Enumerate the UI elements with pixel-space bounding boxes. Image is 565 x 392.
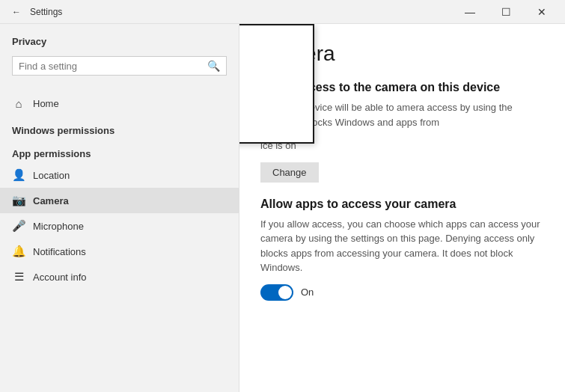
app-title: Settings — [30, 7, 453, 17]
sidebar-microphone-label: Microphone — [33, 221, 84, 232]
main-content: Camera for this device On Camera Allow a… — [239, 24, 565, 392]
sidebar-location-label: Location — [33, 170, 70, 181]
app-body: Privacy 🔍 ⌂ Home Windows permissions App… — [0, 24, 565, 392]
section2-heading: Allow apps to access your camera — [260, 197, 544, 211]
location-icon: 👤 — [12, 168, 25, 182]
apps-toggle-row: On — [260, 284, 544, 301]
sidebar-item-camera[interactable]: 📷 Camera — [0, 188, 239, 213]
search-icon: 🔍 — [207, 60, 220, 72]
windows-permissions-label: Windows permissions — [0, 116, 239, 139]
sidebar-header: Privacy 🔍 — [0, 24, 239, 91]
sidebar: Privacy 🔍 ⌂ Home Windows permissions App… — [0, 24, 239, 392]
section2-text: If you allow access, you can choose whic… — [260, 217, 544, 275]
sidebar-item-location[interactable]: 👤 Location — [0, 162, 239, 188]
home-icon: ⌂ — [12, 97, 25, 110]
popup-label: Camera for this device — [239, 40, 298, 52]
camera-icon: 📷 — [12, 194, 25, 207]
camera-device-popup: Camera for this device On — [239, 24, 314, 144]
notifications-icon: 🔔 — [12, 245, 25, 258]
sidebar-item-notifications[interactable]: 🔔 Notifications — [0, 239, 239, 264]
sidebar-account-label: Account info — [33, 272, 87, 283]
sidebar-camera-label: Camera — [33, 195, 69, 206]
device-toggle-row: On — [239, 64, 298, 81]
microphone-icon: 🎤 — [12, 219, 25, 233]
sidebar-item-home[interactable]: ⌂ Home — [0, 91, 239, 116]
account-info-icon: ☰ — [12, 270, 25, 284]
apps-toggle-label: On — [301, 287, 314, 298]
app-permissions-label: App permissions — [0, 139, 239, 162]
search-input[interactable] — [19, 61, 207, 72]
apps-toggle[interactable] — [260, 284, 293, 301]
minimize-button[interactable]: — — [453, 0, 487, 24]
close-button[interactable]: ✕ — [525, 0, 559, 24]
sidebar-app-title: Privacy — [12, 36, 227, 47]
window-controls: — ☐ ✕ — [453, 0, 559, 24]
sidebar-notifications-label: Notifications — [33, 246, 86, 257]
change-button[interactable]: Change — [260, 162, 319, 183]
apps-toggle-knob — [278, 286, 292, 299]
maximize-button[interactable]: ☐ — [489, 0, 523, 24]
sidebar-item-microphone[interactable]: 🎤 Microphone — [0, 213, 239, 239]
title-bar: ← Settings — ☐ ✕ — [0, 0, 565, 24]
back-button[interactable]: ← — [6, 1, 27, 22]
sidebar-item-account-info[interactable]: ☰ Account info — [0, 264, 239, 290]
search-box[interactable]: 🔍 — [12, 56, 227, 76]
home-label: Home — [33, 98, 59, 109]
